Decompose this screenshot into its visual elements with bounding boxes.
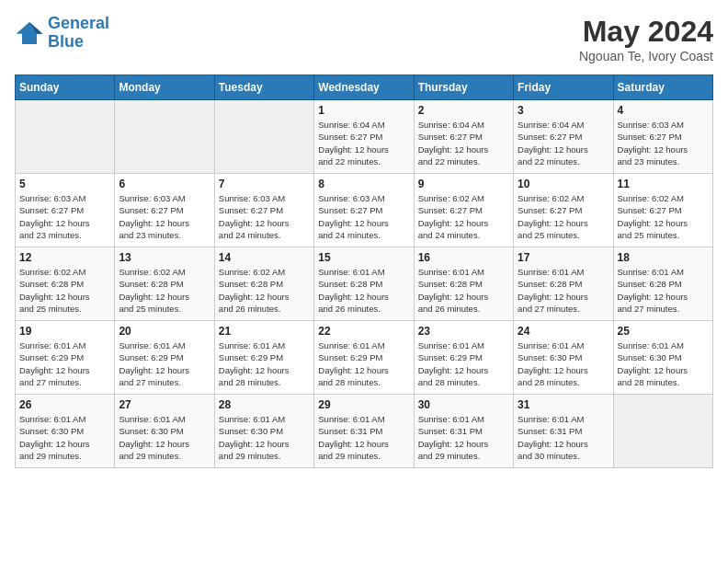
calendar-cell xyxy=(214,100,313,174)
day-info: Sunrise: 6:01 AMSunset: 6:28 PMDaylight:… xyxy=(518,266,609,315)
weekday-header-thursday: Thursday xyxy=(414,75,513,100)
day-info: Sunrise: 6:04 AMSunset: 6:27 PMDaylight:… xyxy=(318,119,409,167)
day-info: Sunrise: 6:02 AMSunset: 6:27 PMDaylight:… xyxy=(518,192,609,241)
calendar-cell: 7Sunrise: 6:03 AMSunset: 6:27 PMDaylight… xyxy=(214,174,313,247)
day-info: Sunrise: 6:03 AMSunset: 6:27 PMDaylight:… xyxy=(219,192,310,241)
day-number: 16 xyxy=(418,251,509,264)
calendar-cell: 16Sunrise: 6:01 AMSunset: 6:28 PMDayligh… xyxy=(414,247,513,321)
day-info: Sunrise: 6:01 AMSunset: 6:31 PMDaylight:… xyxy=(518,413,609,462)
day-info: Sunrise: 6:02 AMSunset: 6:27 PMDaylight:… xyxy=(418,192,509,241)
calendar-cell: 14Sunrise: 6:02 AMSunset: 6:28 PMDayligh… xyxy=(214,247,313,321)
calendar-cell: 5Sunrise: 6:03 AMSunset: 6:27 PMDaylight… xyxy=(16,174,115,247)
calendar-cell: 24Sunrise: 6:01 AMSunset: 6:30 PMDayligh… xyxy=(514,321,613,395)
page-header: General Blue May 2024 Ngouan Te, Ivory C… xyxy=(15,15,713,63)
day-info: Sunrise: 6:01 AMSunset: 6:29 PMDaylight:… xyxy=(418,339,509,388)
day-number: 2 xyxy=(418,104,509,117)
day-info: Sunrise: 6:03 AMSunset: 6:27 PMDaylight:… xyxy=(618,119,709,167)
logo-icon xyxy=(15,20,44,46)
day-number: 30 xyxy=(418,398,509,411)
calendar-cell: 8Sunrise: 6:03 AMSunset: 6:27 PMDaylight… xyxy=(314,174,414,247)
weekday-header-wednesday: Wednesday xyxy=(314,75,414,100)
day-info: Sunrise: 6:01 AMSunset: 6:30 PMDaylight:… xyxy=(618,339,709,388)
day-number: 1 xyxy=(318,104,409,117)
calendar-cell: 18Sunrise: 6:01 AMSunset: 6:28 PMDayligh… xyxy=(613,247,712,321)
day-info: Sunrise: 6:03 AMSunset: 6:27 PMDaylight:… xyxy=(119,192,210,241)
day-number: 29 xyxy=(318,398,409,411)
day-info: Sunrise: 6:01 AMSunset: 6:28 PMDaylight:… xyxy=(318,266,409,315)
day-info: Sunrise: 6:02 AMSunset: 6:27 PMDaylight:… xyxy=(618,192,709,241)
day-info: Sunrise: 6:01 AMSunset: 6:28 PMDaylight:… xyxy=(618,266,709,315)
calendar-cell: 2Sunrise: 6:04 AMSunset: 6:27 PMDaylight… xyxy=(414,100,513,174)
calendar-cell: 29Sunrise: 6:01 AMSunset: 6:31 PMDayligh… xyxy=(314,395,414,468)
day-number: 24 xyxy=(518,325,609,338)
calendar-cell: 19Sunrise: 6:01 AMSunset: 6:29 PMDayligh… xyxy=(16,321,115,395)
day-info: Sunrise: 6:01 AMSunset: 6:29 PMDaylight:… xyxy=(219,339,310,388)
day-info: Sunrise: 6:01 AMSunset: 6:30 PMDaylight:… xyxy=(518,339,609,388)
day-number: 6 xyxy=(119,178,210,190)
day-info: Sunrise: 6:03 AMSunset: 6:27 PMDaylight:… xyxy=(318,192,409,241)
calendar-week-row: 5Sunrise: 6:03 AMSunset: 6:27 PMDaylight… xyxy=(16,174,713,247)
calendar-cell: 6Sunrise: 6:03 AMSunset: 6:27 PMDaylight… xyxy=(115,174,214,247)
day-info: Sunrise: 6:01 AMSunset: 6:29 PMDaylight:… xyxy=(19,339,110,388)
weekday-header-tuesday: Tuesday xyxy=(214,75,313,100)
day-info: Sunrise: 6:02 AMSunset: 6:28 PMDaylight:… xyxy=(219,266,310,315)
day-info: Sunrise: 6:01 AMSunset: 6:31 PMDaylight:… xyxy=(318,413,409,462)
day-number: 12 xyxy=(19,251,110,264)
day-number: 7 xyxy=(219,178,310,190)
location: Ngouan Te, Ivory Coast xyxy=(579,49,713,63)
weekday-header-saturday: Saturday xyxy=(613,75,712,100)
day-number: 21 xyxy=(219,325,310,338)
calendar-cell: 9Sunrise: 6:02 AMSunset: 6:27 PMDaylight… xyxy=(414,174,513,247)
day-info: Sunrise: 6:01 AMSunset: 6:29 PMDaylight:… xyxy=(318,339,409,388)
calendar-cell: 15Sunrise: 6:01 AMSunset: 6:28 PMDayligh… xyxy=(314,247,414,321)
day-info: Sunrise: 6:01 AMSunset: 6:30 PMDaylight:… xyxy=(19,413,110,462)
calendar-cell: 22Sunrise: 6:01 AMSunset: 6:29 PMDayligh… xyxy=(314,321,414,395)
calendar-table: SundayMondayTuesdayWednesdayThursdayFrid… xyxy=(15,75,713,468)
logo-text-line2: Blue xyxy=(48,33,109,52)
calendar-week-row: 1Sunrise: 6:04 AMSunset: 6:27 PMDaylight… xyxy=(16,100,713,174)
day-number: 13 xyxy=(119,251,210,264)
day-number: 20 xyxy=(119,325,210,338)
day-info: Sunrise: 6:01 AMSunset: 6:30 PMDaylight:… xyxy=(219,413,310,462)
day-number: 18 xyxy=(618,251,709,264)
day-number: 5 xyxy=(19,178,110,190)
day-info: Sunrise: 6:01 AMSunset: 6:31 PMDaylight:… xyxy=(418,413,509,462)
weekday-header-sunday: Sunday xyxy=(16,75,115,100)
day-number: 26 xyxy=(19,398,110,411)
calendar-cell: 12Sunrise: 6:02 AMSunset: 6:28 PMDayligh… xyxy=(16,247,115,321)
calendar-cell: 26Sunrise: 6:01 AMSunset: 6:30 PMDayligh… xyxy=(16,395,115,468)
calendar-cell: 3Sunrise: 6:04 AMSunset: 6:27 PMDaylight… xyxy=(514,100,613,174)
calendar-cell: 10Sunrise: 6:02 AMSunset: 6:27 PMDayligh… xyxy=(514,174,613,247)
calendar-week-row: 19Sunrise: 6:01 AMSunset: 6:29 PMDayligh… xyxy=(16,321,713,395)
day-number: 25 xyxy=(618,325,709,338)
day-info: Sunrise: 6:01 AMSunset: 6:30 PMDaylight:… xyxy=(119,413,210,462)
calendar-cell: 13Sunrise: 6:02 AMSunset: 6:28 PMDayligh… xyxy=(115,247,214,321)
day-number: 15 xyxy=(318,251,409,264)
day-number: 22 xyxy=(318,325,409,338)
day-info: Sunrise: 6:04 AMSunset: 6:27 PMDaylight:… xyxy=(418,119,509,167)
weekday-header-monday: Monday xyxy=(115,75,214,100)
calendar-cell: 17Sunrise: 6:01 AMSunset: 6:28 PMDayligh… xyxy=(514,247,613,321)
calendar-week-row: 26Sunrise: 6:01 AMSunset: 6:30 PMDayligh… xyxy=(16,395,713,468)
calendar-cell xyxy=(16,100,115,174)
calendar-cell: 28Sunrise: 6:01 AMSunset: 6:30 PMDayligh… xyxy=(214,395,313,468)
calendar-cell: 30Sunrise: 6:01 AMSunset: 6:31 PMDayligh… xyxy=(414,395,513,468)
calendar-cell: 27Sunrise: 6:01 AMSunset: 6:30 PMDayligh… xyxy=(115,395,214,468)
calendar-cell: 21Sunrise: 6:01 AMSunset: 6:29 PMDayligh… xyxy=(214,321,313,395)
day-info: Sunrise: 6:01 AMSunset: 6:29 PMDaylight:… xyxy=(119,339,210,388)
calendar-cell: 11Sunrise: 6:02 AMSunset: 6:27 PMDayligh… xyxy=(613,174,712,247)
logo: General Blue xyxy=(15,15,109,52)
weekday-header-row: SundayMondayTuesdayWednesdayThursdayFrid… xyxy=(16,75,713,100)
day-number: 28 xyxy=(219,398,310,411)
day-number: 23 xyxy=(418,325,509,338)
title-block: May 2024 Ngouan Te, Ivory Coast xyxy=(579,15,713,63)
logo-text-line1: General xyxy=(48,15,109,33)
day-info: Sunrise: 6:04 AMSunset: 6:27 PMDaylight:… xyxy=(518,119,609,167)
calendar-cell xyxy=(613,395,712,468)
month-year: May 2024 xyxy=(579,15,713,49)
day-number: 31 xyxy=(518,398,609,411)
calendar-cell: 31Sunrise: 6:01 AMSunset: 6:31 PMDayligh… xyxy=(514,395,613,468)
calendar-cell: 1Sunrise: 6:04 AMSunset: 6:27 PMDaylight… xyxy=(314,100,414,174)
calendar-body: 1Sunrise: 6:04 AMSunset: 6:27 PMDaylight… xyxy=(16,100,713,468)
calendar-cell: 4Sunrise: 6:03 AMSunset: 6:27 PMDaylight… xyxy=(613,100,712,174)
